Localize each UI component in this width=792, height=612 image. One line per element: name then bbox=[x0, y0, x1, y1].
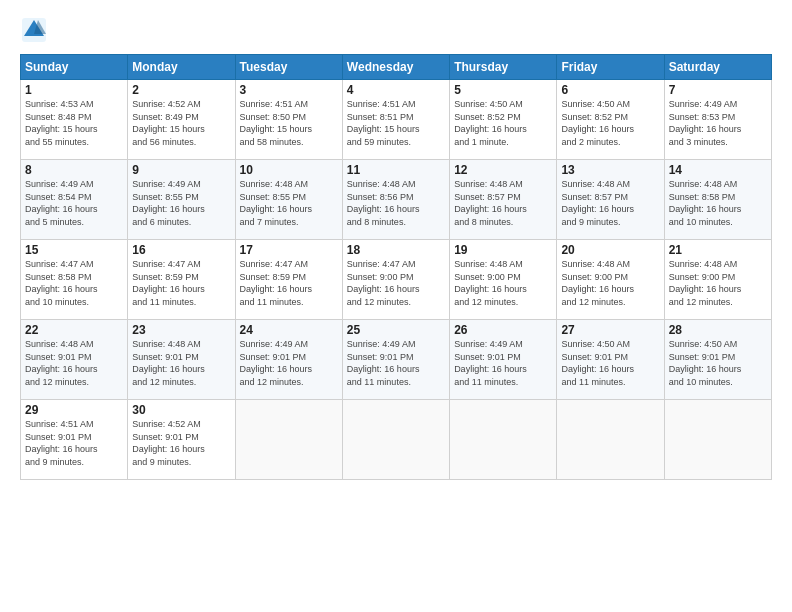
day-number: 1 bbox=[25, 83, 123, 97]
day-header-sunday: Sunday bbox=[21, 55, 128, 80]
day-cell: 4Sunrise: 4:51 AM Sunset: 8:51 PM Daylig… bbox=[342, 80, 449, 160]
day-number: 14 bbox=[669, 163, 767, 177]
day-info: Sunrise: 4:48 AM Sunset: 9:00 PM Dayligh… bbox=[561, 258, 659, 308]
day-info: Sunrise: 4:48 AM Sunset: 9:01 PM Dayligh… bbox=[25, 338, 123, 388]
calendar-header-row: SundayMondayTuesdayWednesdayThursdayFrid… bbox=[21, 55, 772, 80]
day-info: Sunrise: 4:48 AM Sunset: 9:00 PM Dayligh… bbox=[669, 258, 767, 308]
week-row-5: 29Sunrise: 4:51 AM Sunset: 9:01 PM Dayli… bbox=[21, 400, 772, 480]
logo bbox=[20, 16, 54, 44]
day-cell: 5Sunrise: 4:50 AM Sunset: 8:52 PM Daylig… bbox=[450, 80, 557, 160]
day-header-saturday: Saturday bbox=[664, 55, 771, 80]
day-cell: 24Sunrise: 4:49 AM Sunset: 9:01 PM Dayli… bbox=[235, 320, 342, 400]
day-info: Sunrise: 4:48 AM Sunset: 8:58 PM Dayligh… bbox=[669, 178, 767, 228]
day-header-tuesday: Tuesday bbox=[235, 55, 342, 80]
day-cell: 17Sunrise: 4:47 AM Sunset: 8:59 PM Dayli… bbox=[235, 240, 342, 320]
day-cell: 6Sunrise: 4:50 AM Sunset: 8:52 PM Daylig… bbox=[557, 80, 664, 160]
day-cell: 11Sunrise: 4:48 AM Sunset: 8:56 PM Dayli… bbox=[342, 160, 449, 240]
day-number: 10 bbox=[240, 163, 338, 177]
day-cell: 25Sunrise: 4:49 AM Sunset: 9:01 PM Dayli… bbox=[342, 320, 449, 400]
day-header-wednesday: Wednesday bbox=[342, 55, 449, 80]
day-info: Sunrise: 4:49 AM Sunset: 9:01 PM Dayligh… bbox=[347, 338, 445, 388]
day-info: Sunrise: 4:52 AM Sunset: 9:01 PM Dayligh… bbox=[132, 418, 230, 468]
day-info: Sunrise: 4:52 AM Sunset: 8:49 PM Dayligh… bbox=[132, 98, 230, 148]
day-info: Sunrise: 4:50 AM Sunset: 9:01 PM Dayligh… bbox=[561, 338, 659, 388]
day-number: 3 bbox=[240, 83, 338, 97]
day-info: Sunrise: 4:47 AM Sunset: 8:59 PM Dayligh… bbox=[240, 258, 338, 308]
day-cell: 22Sunrise: 4:48 AM Sunset: 9:01 PM Dayli… bbox=[21, 320, 128, 400]
day-cell bbox=[450, 400, 557, 480]
day-cell: 27Sunrise: 4:50 AM Sunset: 9:01 PM Dayli… bbox=[557, 320, 664, 400]
day-number: 21 bbox=[669, 243, 767, 257]
day-cell: 19Sunrise: 4:48 AM Sunset: 9:00 PM Dayli… bbox=[450, 240, 557, 320]
day-number: 5 bbox=[454, 83, 552, 97]
day-number: 2 bbox=[132, 83, 230, 97]
day-header-thursday: Thursday bbox=[450, 55, 557, 80]
day-number: 12 bbox=[454, 163, 552, 177]
day-cell: 13Sunrise: 4:48 AM Sunset: 8:57 PM Dayli… bbox=[557, 160, 664, 240]
day-number: 8 bbox=[25, 163, 123, 177]
day-info: Sunrise: 4:49 AM Sunset: 8:53 PM Dayligh… bbox=[669, 98, 767, 148]
day-info: Sunrise: 4:48 AM Sunset: 9:00 PM Dayligh… bbox=[454, 258, 552, 308]
day-info: Sunrise: 4:51 AM Sunset: 8:51 PM Dayligh… bbox=[347, 98, 445, 148]
day-cell: 1Sunrise: 4:53 AM Sunset: 8:48 PM Daylig… bbox=[21, 80, 128, 160]
header bbox=[20, 16, 772, 44]
day-info: Sunrise: 4:48 AM Sunset: 9:01 PM Dayligh… bbox=[132, 338, 230, 388]
day-cell: 2Sunrise: 4:52 AM Sunset: 8:49 PM Daylig… bbox=[128, 80, 235, 160]
day-cell: 16Sunrise: 4:47 AM Sunset: 8:59 PM Dayli… bbox=[128, 240, 235, 320]
day-number: 27 bbox=[561, 323, 659, 337]
day-cell: 7Sunrise: 4:49 AM Sunset: 8:53 PM Daylig… bbox=[664, 80, 771, 160]
day-info: Sunrise: 4:48 AM Sunset: 8:57 PM Dayligh… bbox=[454, 178, 552, 228]
day-number: 30 bbox=[132, 403, 230, 417]
day-info: Sunrise: 4:49 AM Sunset: 9:01 PM Dayligh… bbox=[240, 338, 338, 388]
day-number: 17 bbox=[240, 243, 338, 257]
day-cell: 8Sunrise: 4:49 AM Sunset: 8:54 PM Daylig… bbox=[21, 160, 128, 240]
day-info: Sunrise: 4:48 AM Sunset: 8:56 PM Dayligh… bbox=[347, 178, 445, 228]
day-number: 25 bbox=[347, 323, 445, 337]
day-number: 16 bbox=[132, 243, 230, 257]
day-cell: 10Sunrise: 4:48 AM Sunset: 8:55 PM Dayli… bbox=[235, 160, 342, 240]
day-cell: 21Sunrise: 4:48 AM Sunset: 9:00 PM Dayli… bbox=[664, 240, 771, 320]
day-number: 7 bbox=[669, 83, 767, 97]
day-cell: 15Sunrise: 4:47 AM Sunset: 8:58 PM Dayli… bbox=[21, 240, 128, 320]
day-cell bbox=[557, 400, 664, 480]
day-cell bbox=[235, 400, 342, 480]
day-info: Sunrise: 4:53 AM Sunset: 8:48 PM Dayligh… bbox=[25, 98, 123, 148]
day-header-monday: Monday bbox=[128, 55, 235, 80]
week-row-2: 8Sunrise: 4:49 AM Sunset: 8:54 PM Daylig… bbox=[21, 160, 772, 240]
day-info: Sunrise: 4:49 AM Sunset: 9:01 PM Dayligh… bbox=[454, 338, 552, 388]
day-cell: 14Sunrise: 4:48 AM Sunset: 8:58 PM Dayli… bbox=[664, 160, 771, 240]
day-number: 23 bbox=[132, 323, 230, 337]
day-info: Sunrise: 4:51 AM Sunset: 8:50 PM Dayligh… bbox=[240, 98, 338, 148]
day-info: Sunrise: 4:48 AM Sunset: 8:57 PM Dayligh… bbox=[561, 178, 659, 228]
day-info: Sunrise: 4:49 AM Sunset: 8:55 PM Dayligh… bbox=[132, 178, 230, 228]
day-info: Sunrise: 4:50 AM Sunset: 9:01 PM Dayligh… bbox=[669, 338, 767, 388]
day-info: Sunrise: 4:47 AM Sunset: 8:59 PM Dayligh… bbox=[132, 258, 230, 308]
day-number: 26 bbox=[454, 323, 552, 337]
day-info: Sunrise: 4:49 AM Sunset: 8:54 PM Dayligh… bbox=[25, 178, 123, 228]
day-number: 22 bbox=[25, 323, 123, 337]
day-number: 29 bbox=[25, 403, 123, 417]
day-info: Sunrise: 4:47 AM Sunset: 8:58 PM Dayligh… bbox=[25, 258, 123, 308]
day-info: Sunrise: 4:50 AM Sunset: 8:52 PM Dayligh… bbox=[454, 98, 552, 148]
day-number: 11 bbox=[347, 163, 445, 177]
day-info: Sunrise: 4:47 AM Sunset: 9:00 PM Dayligh… bbox=[347, 258, 445, 308]
day-cell: 20Sunrise: 4:48 AM Sunset: 9:00 PM Dayli… bbox=[557, 240, 664, 320]
day-number: 9 bbox=[132, 163, 230, 177]
day-cell: 12Sunrise: 4:48 AM Sunset: 8:57 PM Dayli… bbox=[450, 160, 557, 240]
day-cell: 29Sunrise: 4:51 AM Sunset: 9:01 PM Dayli… bbox=[21, 400, 128, 480]
day-number: 4 bbox=[347, 83, 445, 97]
day-cell: 30Sunrise: 4:52 AM Sunset: 9:01 PM Dayli… bbox=[128, 400, 235, 480]
day-cell bbox=[342, 400, 449, 480]
day-info: Sunrise: 4:48 AM Sunset: 8:55 PM Dayligh… bbox=[240, 178, 338, 228]
day-number: 20 bbox=[561, 243, 659, 257]
day-header-friday: Friday bbox=[557, 55, 664, 80]
day-cell: 26Sunrise: 4:49 AM Sunset: 9:01 PM Dayli… bbox=[450, 320, 557, 400]
day-info: Sunrise: 4:50 AM Sunset: 8:52 PM Dayligh… bbox=[561, 98, 659, 148]
day-number: 6 bbox=[561, 83, 659, 97]
day-cell: 3Sunrise: 4:51 AM Sunset: 8:50 PM Daylig… bbox=[235, 80, 342, 160]
day-cell: 18Sunrise: 4:47 AM Sunset: 9:00 PM Dayli… bbox=[342, 240, 449, 320]
week-row-1: 1Sunrise: 4:53 AM Sunset: 8:48 PM Daylig… bbox=[21, 80, 772, 160]
week-row-3: 15Sunrise: 4:47 AM Sunset: 8:58 PM Dayli… bbox=[21, 240, 772, 320]
day-info: Sunrise: 4:51 AM Sunset: 9:01 PM Dayligh… bbox=[25, 418, 123, 468]
calendar: SundayMondayTuesdayWednesdayThursdayFrid… bbox=[20, 54, 772, 480]
